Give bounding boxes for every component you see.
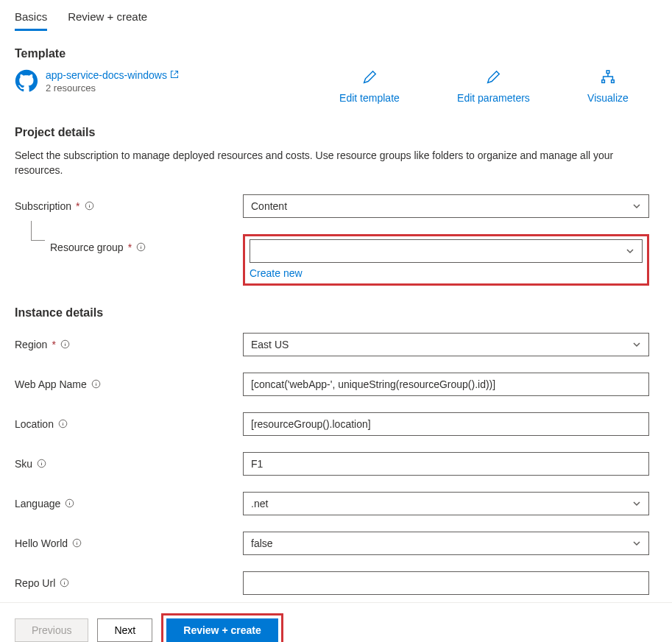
region-value: East US (251, 339, 289, 350)
webapp-name-label: Web App Name (15, 378, 87, 390)
svg-rect-2 (612, 80, 615, 83)
project-details-description: Select the subscription to manage deploy… (15, 148, 648, 178)
webapp-name-field[interactable] (251, 373, 641, 395)
subscription-row: Subscription * Content (15, 194, 657, 218)
language-select[interactable]: .net (243, 492, 649, 515)
region-row: Region * East US (15, 333, 657, 356)
resource-group-label: Resource group (50, 241, 124, 253)
region-select[interactable]: East US (243, 333, 649, 356)
language-value: .net (251, 498, 268, 509)
subscription-value: Content (251, 200, 287, 212)
edit-parameters-button[interactable]: Edit parameters (457, 69, 530, 104)
webapp-name-input[interactable] (243, 373, 649, 396)
required-indicator: * (76, 200, 79, 212)
location-label: Location (15, 418, 54, 430)
info-icon[interactable] (136, 242, 146, 252)
template-link[interactable]: app-service-docs-windows (46, 69, 179, 81)
resource-group-select[interactable] (250, 239, 643, 263)
region-label: Region (15, 339, 47, 350)
info-icon[interactable] (65, 498, 74, 508)
github-icon (15, 69, 38, 93)
template-resource-count: 2 resources (46, 82, 179, 94)
subscription-select[interactable]: Content (243, 194, 649, 218)
repo-url-field[interactable] (251, 572, 641, 594)
template-row: app-service-docs-windows 2 resources Edi… (15, 69, 657, 104)
hello-world-value: false (251, 537, 273, 549)
svg-rect-1 (602, 80, 605, 83)
template-heading: Template (15, 47, 657, 60)
tab-review-create[interactable]: Review + create (68, 6, 147, 31)
pencil-icon (361, 69, 378, 88)
tabs: Basics Review + create (15, 0, 657, 31)
sku-label: Sku (15, 458, 32, 470)
previous-button: Previous (15, 618, 88, 642)
subscription-label: Subscription (15, 200, 71, 212)
chevron-down-icon (632, 539, 641, 548)
external-link-icon (170, 69, 179, 81)
pencil-icon (485, 69, 501, 88)
info-icon[interactable] (85, 201, 94, 211)
repo-url-row: Repo Url (15, 571, 657, 595)
create-new-link[interactable]: Create new (250, 267, 303, 279)
edit-template-label: Edit template (339, 92, 400, 104)
location-input[interactable] (243, 412, 649, 436)
location-row: Location (15, 412, 657, 436)
svg-rect-0 (606, 71, 609, 74)
location-field[interactable] (251, 413, 641, 435)
chevron-down-icon (626, 247, 634, 255)
repo-url-label: Repo Url (15, 577, 55, 589)
language-row: Language .net (15, 492, 657, 515)
tab-basics[interactable]: Basics (15, 6, 47, 31)
sku-row: Sku (15, 452, 657, 476)
repo-url-input[interactable] (243, 571, 649, 595)
webapp-name-row: Web App Name (15, 373, 657, 396)
edit-parameters-label: Edit parameters (457, 92, 530, 104)
info-icon[interactable] (58, 419, 68, 428)
required-indicator: * (52, 339, 55, 350)
info-icon[interactable] (60, 339, 70, 349)
resource-group-highlight: Create new (243, 234, 649, 286)
edit-template-button[interactable]: Edit template (339, 69, 400, 104)
info-icon[interactable] (60, 578, 69, 588)
info-icon[interactable] (37, 459, 46, 468)
info-icon[interactable] (72, 538, 82, 548)
hello-world-row: Hello World false (15, 532, 657, 555)
resource-group-row: Resource group * Create new (15, 234, 657, 286)
info-icon[interactable] (91, 379, 101, 389)
hello-world-select[interactable]: false (243, 532, 649, 555)
visualize-button[interactable]: Visualize (587, 69, 629, 104)
chevron-down-icon (632, 202, 641, 211)
review-create-highlight: Review + create (161, 613, 283, 642)
visualize-label: Visualize (587, 92, 629, 104)
chevron-down-icon (632, 499, 641, 508)
chevron-down-icon (632, 340, 641, 349)
next-button[interactable]: Next (97, 618, 152, 642)
instance-details-heading: Instance details (15, 306, 657, 320)
template-link-text: app-service-docs-windows (46, 69, 167, 81)
review-create-button[interactable]: Review + create (166, 618, 277, 642)
footer: Previous Next Review + create (0, 602, 672, 642)
sku-field[interactable] (251, 453, 641, 475)
sku-input[interactable] (243, 452, 649, 476)
project-details-heading: Project details (15, 126, 657, 139)
hello-world-label: Hello World (15, 537, 68, 549)
language-label: Language (15, 498, 60, 509)
required-indicator: * (128, 241, 132, 253)
hierarchy-icon (600, 69, 616, 88)
